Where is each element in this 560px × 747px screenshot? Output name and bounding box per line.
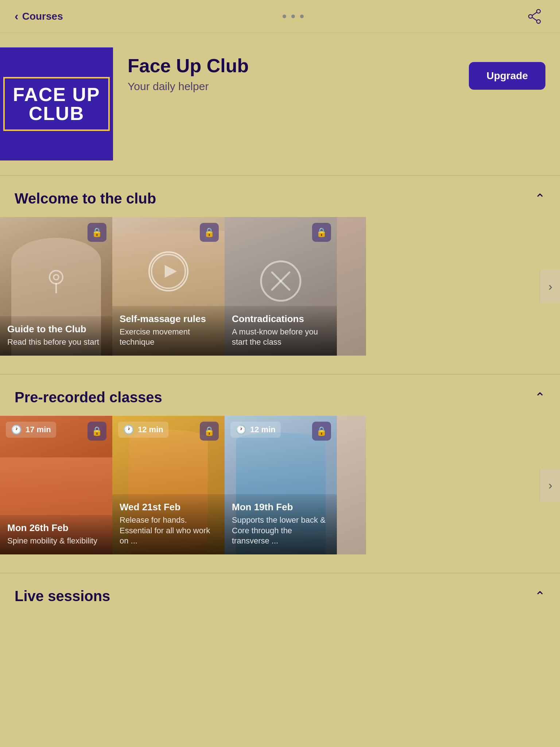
- card-5-time: 12 min: [138, 425, 163, 434]
- welcome-section-title: Welcome to the club: [15, 190, 156, 207]
- prerecorded-section-header: Pre-recorded classes ⌃: [0, 375, 560, 416]
- card-6-time-badge: 🕐 12 min: [230, 422, 281, 438]
- live-section-title: Live sessions: [15, 588, 110, 604]
- course-hero-right: Upgrade: [469, 47, 545, 90]
- share-icon: [526, 8, 542, 24]
- card-4-overlay: Mon 26th Feb Spine mobility & flexibilit…: [0, 515, 112, 554]
- prerecorded-card-3[interactable]: 🕐 12 min 🔒 Mon 19th Feb Supports the low…: [225, 416, 337, 554]
- nav-dots: [283, 15, 304, 18]
- svg-point-0: [537, 9, 540, 13]
- card-3-desc: A must-know before you start the class: [232, 327, 330, 348]
- svg-marker-9: [165, 265, 177, 278]
- nav-dot-3: [300, 15, 304, 18]
- card-2-title: Self-massage rules: [120, 313, 217, 325]
- prerecorded-card-1[interactable]: 🕐 17 min 🔒 Mon 26th Feb Spine mobility &…: [0, 416, 112, 554]
- logo-text-club: CLUB: [13, 104, 100, 123]
- upgrade-button[interactable]: Upgrade: [469, 62, 545, 90]
- svg-point-6: [54, 275, 59, 280]
- card-1-overlay: Guide to the Club Read this before you s…: [0, 316, 112, 356]
- back-label: Courses: [22, 11, 63, 22]
- prerecorded-cards-row: 🕐 17 min 🔒 Mon 26th Feb Spine mobility &…: [0, 416, 560, 554]
- card-3-title: Contradications: [232, 313, 330, 325]
- card-1-pin-icon: [40, 264, 73, 305]
- card-6-overlay: Mon 19th Feb Supports the lower back & C…: [225, 494, 337, 554]
- card-4-clock-icon: 🕐: [11, 425, 22, 435]
- welcome-collapse-button[interactable]: ⌃: [534, 191, 545, 206]
- prerecorded-cards-container: 🕐 17 min 🔒 Mon 26th Feb Spine mobility &…: [0, 416, 560, 554]
- card-5-overlay: Wed 21st Feb Release for hands. Essentia…: [112, 494, 225, 554]
- card-4-time: 17 min: [26, 425, 51, 434]
- nav-dot-1: [283, 15, 286, 18]
- welcome-cards-row: 🔒 Guide to the Club Read this before you…: [0, 217, 560, 356]
- card-6-title: Mon 19th Feb: [232, 502, 330, 513]
- card-3-lock: 🔒: [312, 223, 331, 242]
- welcome-next-arrow[interactable]: ›: [540, 270, 560, 303]
- card-2-lock: 🔒: [200, 223, 219, 242]
- header-right: [524, 5, 545, 27]
- prerecorded-card-4-partial[interactable]: [337, 416, 366, 554]
- course-title: Face Up Club: [128, 55, 454, 77]
- course-hero: FACE UP CLUB Face Up Club Your daily hel…: [0, 33, 560, 175]
- card-5-clock-icon: 🕐: [123, 425, 134, 435]
- prerecorded-section-title: Pre-recorded classes: [15, 389, 162, 406]
- card-1-lock: 🔒: [88, 223, 106, 242]
- course-subtitle: Your daily helper: [128, 80, 454, 93]
- course-logo: FACE UP CLUB: [0, 47, 113, 160]
- welcome-card-2[interactable]: 🔒 Self-massage rules Exercise movement t…: [112, 217, 225, 356]
- back-button[interactable]: ‹ Courses: [15, 9, 63, 23]
- card-3-x-icon: [259, 259, 303, 305]
- svg-point-5: [50, 271, 63, 284]
- svg-line-4: [532, 17, 537, 20]
- svg-point-1: [537, 20, 540, 23]
- prerecorded-next-arrow[interactable]: ›: [540, 469, 560, 502]
- card-3-overlay: Contradications A must-know before you s…: [225, 306, 337, 356]
- card-6-desc: Supports the lower back & Core through t…: [232, 515, 330, 546]
- card-2-play-icon: [148, 251, 188, 291]
- share-button[interactable]: [524, 5, 545, 27]
- card-2-overlay: Self-massage rules Exercise movement tec…: [112, 306, 225, 356]
- card-2-desc: Exercise movement technique: [120, 327, 217, 348]
- card-6-time: 12 min: [250, 425, 276, 434]
- prerecorded-card-2[interactable]: 🕐 12 min 🔒 Wed 21st Feb Release for hand…: [112, 416, 225, 554]
- live-section-header: Live sessions ⌃: [0, 573, 560, 615]
- card-1-title: Guide to the Club: [7, 324, 105, 335]
- card-5-lock: 🔒: [200, 422, 219, 441]
- welcome-card-1[interactable]: 🔒 Guide to the Club Read this before you…: [0, 217, 112, 356]
- card-4-time-badge: 🕐 17 min: [6, 422, 56, 438]
- svg-line-3: [532, 12, 537, 15]
- header: ‹ Courses: [0, 0, 560, 33]
- course-info: Face Up Club Your daily helper: [128, 47, 454, 93]
- welcome-section-header: Welcome to the club ⌃: [0, 176, 560, 217]
- card-5-title: Wed 21st Feb: [120, 502, 217, 513]
- card-4-title: Mon 26th Feb: [7, 522, 105, 534]
- nav-dot-2: [291, 15, 295, 18]
- welcome-card-4-partial[interactable]: [337, 217, 366, 356]
- live-collapse-button[interactable]: ⌃: [534, 589, 545, 604]
- card-5-desc: Release for hands. Essential for all who…: [120, 515, 217, 546]
- card-5-time-badge: 🕐 12 min: [118, 422, 168, 438]
- svg-point-2: [529, 15, 532, 18]
- card-1-desc: Read this before you start: [7, 337, 105, 348]
- card-4-lock: 🔒: [88, 422, 106, 441]
- logo-inner: FACE UP CLUB: [3, 77, 109, 131]
- back-arrow-icon: ‹: [15, 9, 19, 23]
- logo-text-face: FACE UP: [13, 85, 100, 104]
- card-6-lock: 🔒: [312, 422, 331, 441]
- card-6-clock-icon: 🕐: [236, 425, 246, 435]
- card-4-desc: Spine mobility & flexibility: [7, 536, 105, 546]
- welcome-cards-container: 🔒 Guide to the Club Read this before you…: [0, 217, 560, 356]
- prerecorded-collapse-button[interactable]: ⌃: [534, 390, 545, 405]
- welcome-card-3[interactable]: 🔒 Contradications A must-know before you…: [225, 217, 337, 356]
